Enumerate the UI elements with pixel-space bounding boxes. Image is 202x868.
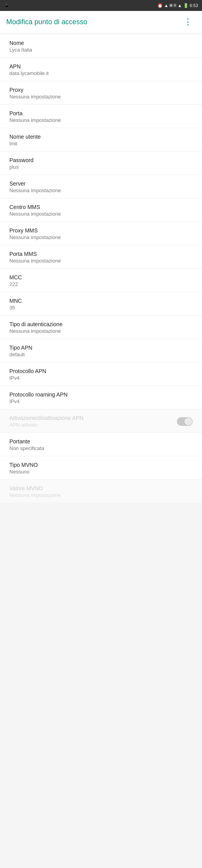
setting-label-apn: APN [9, 63, 193, 70]
setting-label-server: Server [9, 180, 193, 187]
setting-value-porta: Nessuna impostazione [9, 117, 193, 123]
setting-label-attivazione-disattivazione: Attivazione/disattivazione APN [9, 415, 172, 421]
setting-item-porta-mms[interactable]: Porta MMS Nessuna impostazione [0, 245, 202, 269]
setting-label-tipo-mvno: Tipo MVNO [9, 462, 193, 468]
setting-item-protocollo-roaming-apn[interactable]: Protocollo roaming APN IPv4 [0, 386, 202, 409]
setting-label-mnc: MNC [9, 298, 193, 304]
setting-label-mcc: MCC [9, 274, 193, 280]
setting-value-centro-mms: Nessuna impostazione [9, 211, 193, 217]
setting-value-tipo-autenticazione: Nessuna impostazione [9, 328, 193, 334]
status-bar-right: ⏰ ▲ H R ▲ 🔋 6:53 [157, 3, 198, 8]
page-title: Modifica punto di accesso [6, 18, 87, 26]
setting-value-protocollo-roaming-apn: IPv4 [9, 398, 193, 404]
overflow-menu-icon: ⋮ [184, 17, 192, 27]
setting-item-protocollo-apn[interactable]: Protocollo APN IPv4 [0, 363, 202, 386]
setting-item-valore-mvno[interactable]: Valore MVNO Nessuna impostazione [0, 480, 202, 503]
setting-item-password[interactable]: Password plus [0, 152, 202, 175]
status-bar-left: 📱 [4, 3, 9, 8]
setting-label-portante: Portante [9, 438, 193, 445]
setting-item-attivazione-disattivazione[interactable]: Attivazione/disattivazione APN APN attiv… [0, 409, 202, 433]
setting-label-porta-mms: Porta MMS [9, 251, 193, 257]
setting-item-portante[interactable]: Portante Non specificata [0, 433, 202, 456]
setting-value-tipo-mvno: Nessuno [9, 469, 193, 475]
setting-value-nome-utente: lmit [9, 141, 193, 146]
setting-label-proxy: Proxy [9, 87, 193, 93]
setting-value-password: plus [9, 164, 193, 170]
setting-item-mcc[interactable]: MCC 222 [0, 269, 202, 292]
setting-label-nome-utente: Nome utente [9, 134, 193, 140]
setting-value-mnc: 35 [9, 305, 193, 311]
battery-icon: 🔋 [183, 3, 189, 8]
setting-value-attivazione-disattivazione: APN attivato [9, 422, 172, 428]
status-bar: 📱 ⏰ ▲ H R ▲ 🔋 6:53 [0, 0, 202, 11]
setting-item-tipo-autenticazione[interactable]: Tipo di autenticazione Nessuna impostazi… [0, 316, 202, 339]
setting-label-tipo-autenticazione: Tipo di autenticazione [9, 321, 193, 327]
toggle-knob-attivazione-disattivazione [184, 418, 192, 425]
setting-label-proxy-mms: Proxy MMS [9, 227, 193, 234]
setting-value-mcc: 222 [9, 281, 193, 287]
time-display: 6:53 [190, 3, 198, 8]
setting-value-valore-mvno: Nessuna impostazione [9, 492, 193, 498]
setting-label-centro-mms: Centro MMS [9, 204, 193, 210]
settings-content: Nome Lyca Italia APN data.lycamobile.it … [0, 33, 202, 505]
phone-icon: 📱 [4, 3, 9, 8]
app-bar: Modifica punto di accesso ⋮ [0, 11, 202, 33]
setting-value-apn: data.lycamobile.it [9, 70, 193, 76]
setting-item-porta[interactable]: Porta Nessuna impostazione [0, 105, 202, 128]
setting-value-porta-mms: Nessuna impostazione [9, 258, 193, 264]
setting-value-nome: Lyca Italia [9, 47, 193, 53]
setting-label-tipo-apn: Tipo APN [9, 345, 193, 351]
network-h-icon: H [170, 4, 172, 8]
setting-item-mnc[interactable]: MNC 35 [0, 292, 202, 316]
setting-value-protocollo-apn: IPv4 [9, 375, 193, 381]
toggle-switch-attivazione-disattivazione[interactable] [177, 417, 193, 426]
setting-item-centro-mms[interactable]: Centro MMS Nessuna impostazione [0, 198, 202, 222]
network-r-icon: R [173, 4, 176, 8]
setting-label-porta: Porta [9, 110, 193, 116]
setting-text-attivazione-disattivazione: Attivazione/disattivazione APN APN attiv… [9, 415, 172, 428]
signal-icon: ▲ [178, 3, 182, 8]
setting-value-proxy: Nessuna impostazione [9, 94, 193, 100]
setting-item-server[interactable]: Server Nessuna impostazione [0, 175, 202, 198]
setting-value-portante: Non specificata [9, 445, 193, 451]
setting-label-protocollo-apn: Protocollo APN [9, 368, 193, 374]
alarm-icon: ⏰ [157, 3, 163, 8]
overflow-menu-button[interactable]: ⋮ [180, 14, 196, 30]
setting-item-proxy-mms[interactable]: Proxy MMS Nessuna impostazione [0, 222, 202, 245]
setting-value-tipo-apn: default [9, 352, 193, 357]
setting-label-nome: Nome [9, 40, 193, 46]
setting-item-tipo-mvno[interactable]: Tipo MVNO Nessuno [0, 456, 202, 480]
setting-item-nome[interactable]: Nome Lyca Italia [0, 34, 202, 58]
setting-label-password: Password [9, 157, 193, 163]
setting-value-proxy-mms: Nessuna impostazione [9, 234, 193, 240]
setting-item-nome-utente[interactable]: Nome utente lmit [0, 128, 202, 152]
setting-label-valore-mvno: Valore MVNO [9, 485, 193, 491]
setting-label-protocollo-roaming-apn: Protocollo roaming APN [9, 391, 193, 398]
setting-value-server: Nessuna impostazione [9, 188, 193, 193]
setting-item-proxy[interactable]: Proxy Nessuna impostazione [0, 81, 202, 105]
setting-item-apn[interactable]: APN data.lycamobile.it [0, 58, 202, 81]
wifi-icon: ▲ [164, 3, 168, 8]
setting-item-tipo-apn[interactable]: Tipo APN default [0, 339, 202, 363]
